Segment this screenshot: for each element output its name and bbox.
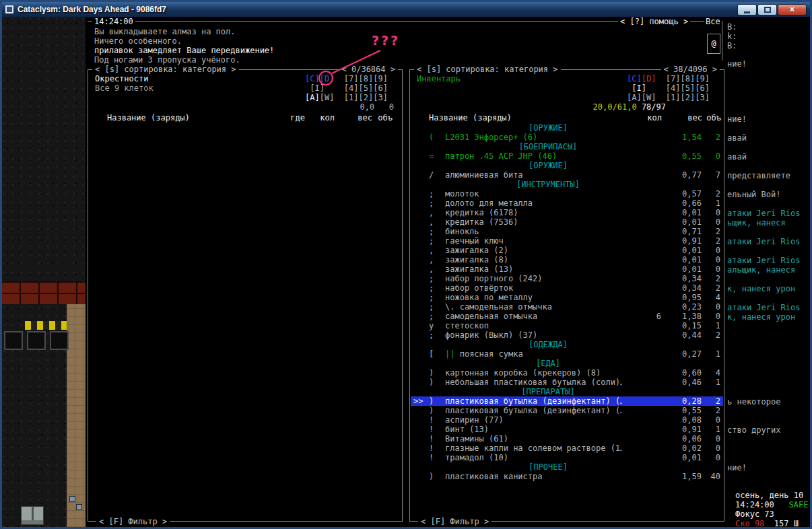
item-volume: 0: [702, 151, 720, 161]
close-button[interactable]: ×: [778, 4, 807, 15]
inventory-item-row[interactable]: ;набор отвёрток0,342: [411, 283, 723, 293]
pane-tab: [1][2][3]: [666, 93, 710, 102]
item-name: зажигалка (13): [445, 264, 622, 274]
sort-control[interactable]: < [s] сортировка: категория >: [414, 65, 561, 74]
filter-control[interactable]: < [F] Фильтр >: [418, 517, 492, 526]
inventory-item-row[interactable]: ,зажигалка (8)0,010: [411, 255, 723, 264]
item-volume: 2: [702, 330, 720, 340]
item-symbol: !: [429, 444, 445, 453]
inventory-item-row[interactable]: ;самодельная отмычка61,380: [411, 312, 723, 321]
sidebar-line: B:: [727, 22, 737, 32]
inventory-item-row[interactable]: )пластиковая бутылка (дезинфектант) (…0,…: [411, 406, 723, 415]
text-segment: ние!: [727, 59, 747, 69]
item-qty: [622, 227, 661, 236]
item-weight: 0,27: [661, 349, 702, 359]
item-volume: 2: [702, 406, 720, 415]
inventory-item-row[interactable]: ;молоток0,572: [411, 189, 723, 199]
item-symbol: ): [429, 368, 445, 378]
title-bar[interactable]: Cataclysm: Dark Days Ahead - 9086fd7 ×: [2, 2, 810, 17]
item-counter: < 38/4096 >: [661, 65, 720, 74]
filter-control[interactable]: < [F] Фильтр >: [96, 517, 170, 526]
pane-tab: [C]: [627, 74, 642, 83]
item-symbol: !: [429, 425, 445, 434]
minimize-button[interactable]: [737, 4, 757, 15]
inventory-item-row[interactable]: ,зажигалка (13)0,010: [411, 264, 723, 274]
item-volume: 4: [702, 293, 720, 302]
selection-marker: [413, 312, 429, 321]
pane-tabs: [C][D] [7][8][9] [I] [4][5][6][A][W] [1]…: [305, 74, 388, 102]
col-vol: объ: [372, 113, 393, 122]
item-volume: 2: [702, 274, 720, 283]
inventory-item-row[interactable]: ,кредитка (7536)0,010: [411, 217, 723, 227]
inventory-item-row[interactable]: (L2031 Энфорсер+ (6)1,542: [411, 133, 723, 142]
selection-marker: [413, 349, 429, 359]
inventory-item-row[interactable]: !Витамины (61)0,060: [411, 434, 723, 444]
text-segment: атаки Jeri Rios: [727, 303, 800, 312]
inventory-item-row[interactable]: [|| поясная сумка0,271: [411, 349, 723, 359]
item-qty: [622, 255, 661, 264]
player-symbol: @: [707, 34, 720, 54]
selection-marker: [413, 236, 429, 246]
inventory-item-row[interactable]: ;гаечный ключ0,912: [411, 236, 723, 246]
inventory-item-row[interactable]: yстетоскоп0,151: [411, 321, 723, 330]
item-volume: 1: [702, 349, 720, 359]
item-weight: 0,06: [661, 434, 702, 444]
inventory-item-row[interactable]: !глазные капли на солевом растворе (1…0,…: [411, 444, 723, 453]
pane-tab: [D]: [320, 74, 335, 83]
inventory-item-row[interactable]: ,кредитка (6178)0,010: [411, 208, 723, 217]
item-symbol: ;: [429, 227, 445, 236]
map-view[interactable]: [2, 17, 86, 527]
help-link[interactable]: < [?] помощь >: [618, 17, 690, 26]
inventory-item-row[interactable]: !аспирин (77)0,080: [411, 415, 723, 425]
text-segment: Ско 98: [735, 519, 764, 527]
inventory-item-row[interactable]: ;\. самодельная отмычка0,230: [411, 302, 723, 312]
clock: 14:24:00: [92, 17, 135, 26]
inventory-item-row[interactable]: >>)пластиковая бутылка (дезинфектант) (……: [411, 396, 723, 406]
item-qty: [622, 133, 661, 142]
messages-all-label: Все: [704, 17, 722, 26]
inventory-item-row[interactable]: ;фонарик (Выкл) (37)0,442: [411, 330, 723, 340]
item-symbol: ,: [429, 208, 445, 217]
inventory-item-row[interactable]: ;бинокль0,712: [411, 227, 723, 236]
pane-tab: [W]: [320, 93, 335, 102]
inventory-item-row[interactable]: ;ножовка по металлу0,954: [411, 293, 723, 302]
item-name: кредитка (6178): [445, 208, 622, 217]
category-header: [ИНСТРУМЕНТЫ]: [411, 180, 723, 189]
item-symbol: ;: [429, 189, 445, 199]
sidebar-line: k:: [727, 32, 737, 41]
sort-control[interactable]: < [s] сортировка: категория >: [92, 65, 239, 74]
sidebar-line: ь некоторое: [727, 397, 780, 407]
sidebar-line: альщик, нанеся: [727, 265, 795, 275]
item-name: L2031 Энфорсер+ (6): [445, 133, 622, 142]
maximize-button[interactable]: [757, 4, 777, 15]
selection-marker: [413, 415, 429, 425]
inventory-item-row[interactable]: ;набор портного (242)0,342: [411, 274, 723, 283]
inventory-item-row[interactable]: ,зажигалка (2)0,010: [411, 246, 723, 255]
inventory-list: [ОРУЖИЕ](L2031 Энфорсер+ (6)1,542[БОЕПРИ…: [411, 123, 723, 481]
text-segment: 20,0/61,0: [593, 102, 637, 112]
item-volume: 7: [702, 170, 720, 180]
item-name: зажигалка (2): [445, 246, 622, 255]
sidebar-line: ние!: [727, 59, 747, 69]
item-qty: [622, 283, 661, 293]
item-weight: 0,91: [661, 425, 702, 434]
inventory-item-row[interactable]: )пластиковая канистра1,5940: [411, 472, 723, 481]
app-icon: [5, 5, 13, 13]
item-name: алюминиевая бита: [445, 170, 622, 180]
inventory-item-row[interactable]: /алюминиевая бита0,777: [411, 170, 723, 180]
inventory-item-row[interactable]: )картонная коробка (крекеров) (8)0,604: [411, 368, 723, 378]
item-name: пластиковая канистра: [445, 472, 622, 481]
inventory-item-row[interactable]: )небольшая пластиковая бутылка (соли)…0,…: [411, 378, 723, 387]
category-header: [ПРОЧЕЕ]: [411, 462, 723, 472]
aim-panel-surroundings: < [s] сортировка: категория > < 0/36864 …: [88, 69, 403, 522]
selection-marker: >>: [413, 396, 429, 406]
inventory-item-row[interactable]: ;долото для металла0,661: [411, 199, 723, 208]
text-segment: B:: [727, 41, 737, 50]
inventory-item-row[interactable]: =патрон .45 ACP JHP (46)0,550: [411, 151, 723, 161]
aim-panel-inventory: < [s] сортировка: категория > < 38/4096 …: [409, 69, 724, 522]
inventory-item-row[interactable]: !трамадол (10)0,010: [411, 453, 723, 462]
app-window: Cataclysm: Dark Days Ahead - 9086fd7 × 1…: [0, 0, 812, 529]
inventory-item-row[interactable]: !бинт (13)0,911: [411, 425, 723, 434]
pane-title: Инвентарь: [417, 74, 461, 83]
item-name: самодельная отмычка: [445, 312, 622, 321]
